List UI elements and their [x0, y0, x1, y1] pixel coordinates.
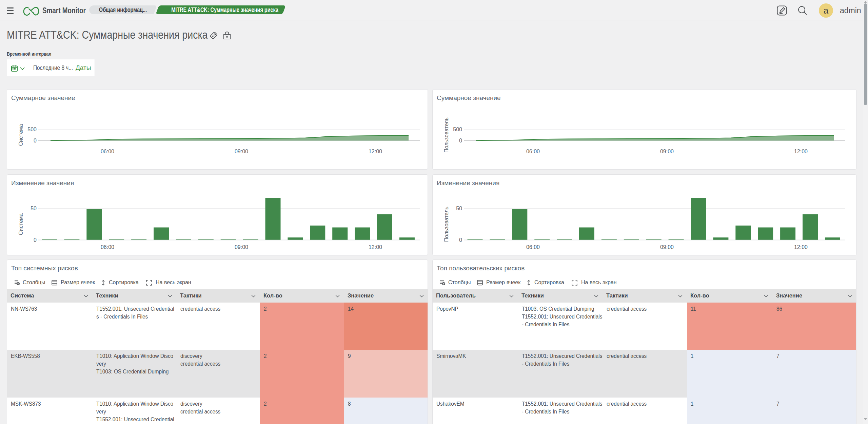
svg-text:Пользователь: Пользователь: [443, 207, 449, 242]
svg-text:06:00: 06:00: [101, 149, 114, 154]
svg-text:0: 0: [459, 138, 462, 143]
svg-text:12:00: 12:00: [794, 149, 808, 154]
svg-text:Система: Система: [18, 213, 24, 235]
svg-text:0: 0: [34, 138, 37, 143]
svg-text:09:00: 09:00: [660, 149, 674, 154]
svg-text:09:00: 09:00: [235, 149, 248, 154]
svg-text:12:00: 12:00: [794, 244, 808, 250]
svg-text:500: 500: [27, 127, 37, 132]
svg-text:Система: Система: [18, 124, 24, 146]
svg-text:06:00: 06:00: [526, 149, 540, 154]
svg-text:06:00: 06:00: [101, 244, 114, 250]
svg-text:Пользователь: Пользователь: [443, 117, 449, 153]
svg-text:0: 0: [34, 237, 37, 243]
svg-text:50: 50: [31, 206, 37, 211]
svg-text:0: 0: [459, 237, 462, 243]
svg-text:09:00: 09:00: [660, 244, 674, 250]
svg-text:50: 50: [456, 206, 462, 211]
svg-text:500: 500: [453, 127, 462, 132]
svg-text:12:00: 12:00: [369, 149, 382, 154]
svg-text:12:00: 12:00: [369, 244, 382, 250]
svg-text:09:00: 09:00: [235, 244, 248, 250]
svg-text:06:00: 06:00: [526, 244, 540, 250]
